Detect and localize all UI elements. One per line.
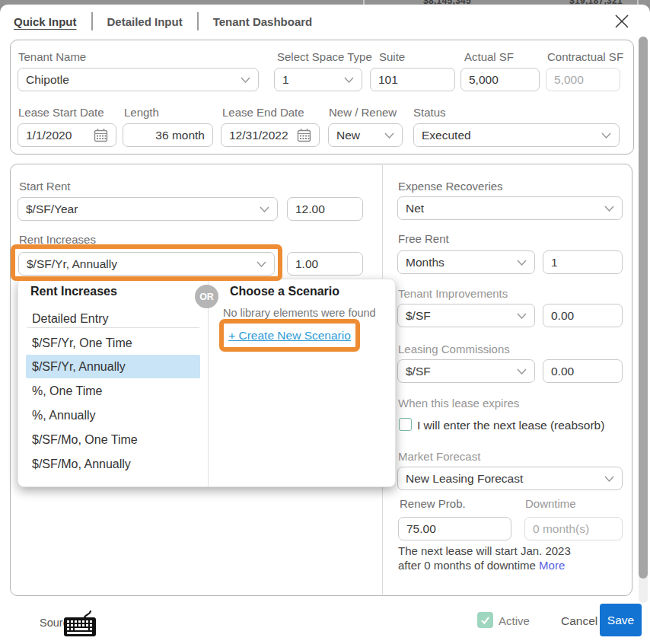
scenario-empty-text: No library elements were found: [223, 307, 376, 319]
tab-divider: [91, 12, 93, 30]
tenant-improvements-amount-value: 0.00: [551, 309, 574, 323]
free-rent-label: Free Rent: [398, 232, 449, 245]
save-button[interactable]: Save: [600, 604, 642, 636]
keyboard-icon: [62, 609, 97, 641]
lease-end-label: Lease End Date: [222, 106, 304, 119]
free-rent-unit-select[interactable]: Months: [397, 250, 535, 274]
lease-end-input[interactable]: 12/31/2022: [221, 123, 320, 147]
free-rent-amount-value: 1: [551, 256, 558, 269]
new-renew-label: New / Renew: [329, 106, 397, 119]
contractual-sf-value: 5,000: [554, 73, 584, 87]
cancel-button[interactable]: Cancel: [561, 614, 597, 628]
start-rent-unit-value: $/SF/Year: [26, 202, 78, 216]
choose-scenario-title: Choose a Scenario: [230, 285, 339, 298]
free-rent-unit-value: Months: [406, 256, 444, 269]
dropdown-item-detailed-entry[interactable]: Detailed Entry: [32, 312, 109, 326]
tenant-improvements-amount-input[interactable]: 0.00: [543, 304, 623, 327]
leasing-commissions-amount-value: 0.00: [551, 365, 574, 378]
contractual-sf-input: 5,000: [546, 68, 620, 91]
leasing-commissions-amount-input[interactable]: 0.00: [543, 359, 623, 383]
tenant-improvements-unit-value: $/SF: [406, 309, 431, 323]
next-lease-note-line2: after 0 months of downtime More: [398, 559, 565, 572]
downtime-label: Downtime: [525, 497, 576, 510]
status-value: Executed: [422, 129, 471, 142]
chevron-down-icon: [260, 206, 269, 212]
free-rent-amount-input[interactable]: 1: [543, 250, 623, 274]
close-icon[interactable]: [612, 11, 632, 31]
dropdown-item[interactable]: %, One Time: [32, 384, 102, 398]
next-lease-note-text: after 0 months of downtime: [398, 559, 536, 572]
tab-quick-input[interactable]: Quick Input: [14, 15, 77, 28]
chevron-down-icon: [344, 77, 354, 83]
tab-bar: Quick Input Detailed Input Tenant Dashbo…: [0, 5, 650, 38]
start-rent-unit-select[interactable]: $/SF/Year: [18, 197, 278, 221]
new-renew-value: New: [336, 129, 360, 142]
next-lease-note-line1: The next lease will start Jan. 2023: [398, 544, 571, 557]
market-forecast-select[interactable]: New Leasing Forecast: [397, 467, 623, 490]
status-label: Status: [413, 106, 446, 119]
tab-tenant-dashboard[interactable]: Tenant Dashboard: [213, 15, 313, 28]
expense-recoveries-label: Expense Recoveries: [398, 180, 503, 193]
dropdown-separator: [27, 327, 199, 328]
length-input[interactable]: 36 month: [123, 123, 213, 147]
space-type-select[interactable]: 1: [274, 68, 362, 91]
downtime-input: 0 month(s): [524, 517, 623, 540]
dropdown-item[interactable]: $/SF/Mo, One Time: [32, 433, 138, 447]
renew-prob-input[interactable]: 75.00: [398, 517, 511, 540]
lease-start-value: 1/1/2020: [26, 129, 72, 142]
lease-start-label: Lease Start Date: [18, 106, 104, 119]
space-type-value: 1: [282, 73, 289, 87]
actual-sf-input[interactable]: 5,000: [460, 68, 540, 91]
leasing-commissions-unit-value: $/SF: [406, 365, 431, 378]
actual-sf-label: Actual SF: [464, 50, 514, 63]
dropdown-item[interactable]: $/SF/Yr, One Time: [32, 336, 132, 350]
expense-recoveries-value: Net: [406, 202, 424, 215]
calendar-icon[interactable]: [94, 128, 108, 142]
create-new-scenario-link[interactable]: + Create New Scenario: [228, 329, 351, 343]
chevron-down-icon: [601, 132, 611, 139]
more-link[interactable]: More: [539, 559, 565, 572]
chevron-down-icon: [241, 77, 250, 83]
start-rent-amount-input[interactable]: 12.00: [287, 197, 363, 221]
rent-increases-unit-select[interactable]: $/SF/Yr, Annually: [18, 252, 275, 276]
scrollbar-thumb[interactable]: [639, 37, 648, 579]
scrollbar-track[interactable]: [639, 37, 648, 603]
active-checkbox-label: Active: [499, 614, 530, 627]
tab-divider: [197, 12, 199, 30]
actual-sf-value: 5,000: [469, 73, 499, 87]
active-checkbox[interactable]: [477, 612, 493, 628]
lease-expires-label: When this lease expires: [398, 397, 519, 410]
dropdown-item-selected[interactable]: $/SF/Yr, Annually: [26, 355, 200, 378]
tenant-name-select[interactable]: Chipotle: [18, 68, 259, 91]
tenant-improvements-unit-select[interactable]: $/SF: [397, 304, 535, 327]
dropdown-item[interactable]: %, Annually: [32, 409, 96, 422]
chevron-down-icon: [384, 132, 394, 139]
rent-increases-amount-input[interactable]: 1.00: [287, 252, 363, 276]
chevron-down-icon: [517, 313, 527, 319]
rent-increases-unit-value: $/SF/Yr, Annually: [27, 257, 117, 271]
lease-start-input[interactable]: 1/1/2020: [18, 123, 116, 147]
rent-increases-label: Rent Increases: [19, 233, 96, 246]
or-badge: OR: [195, 285, 218, 308]
renew-prob-value: 75.00: [406, 522, 436, 536]
chevron-down-icon: [256, 261, 266, 267]
dropdown-item[interactable]: $/SF/Mo, Annually: [32, 457, 131, 471]
downtime-value: 0 month(s): [533, 522, 589, 536]
reabsorb-checkbox[interactable]: [399, 418, 412, 431]
calendar-icon[interactable]: [297, 128, 311, 142]
length-value: 36 month: [155, 129, 205, 142]
suite-input[interactable]: 101: [370, 68, 455, 91]
leasing-commissions-unit-select[interactable]: $/SF: [397, 359, 535, 383]
expense-recoveries-select[interactable]: Net: [397, 196, 623, 220]
quick-input-dialog: $8,145,345 $19,187,321 Quick Input Detai…: [0, 0, 650, 644]
length-label: Length: [124, 106, 159, 119]
suite-label: Suite: [379, 50, 405, 63]
new-renew-select[interactable]: New: [328, 123, 403, 147]
chevron-down-icon: [604, 476, 614, 482]
chevron-down-icon: [517, 368, 527, 375]
status-select[interactable]: Executed: [413, 123, 620, 147]
tenant-name-label: Tenant Name: [18, 50, 86, 63]
tab-detailed-input[interactable]: Detailed Input: [107, 15, 183, 28]
rent-increases-amount-value: 1.00: [295, 257, 318, 271]
chevron-down-icon: [517, 260, 527, 266]
